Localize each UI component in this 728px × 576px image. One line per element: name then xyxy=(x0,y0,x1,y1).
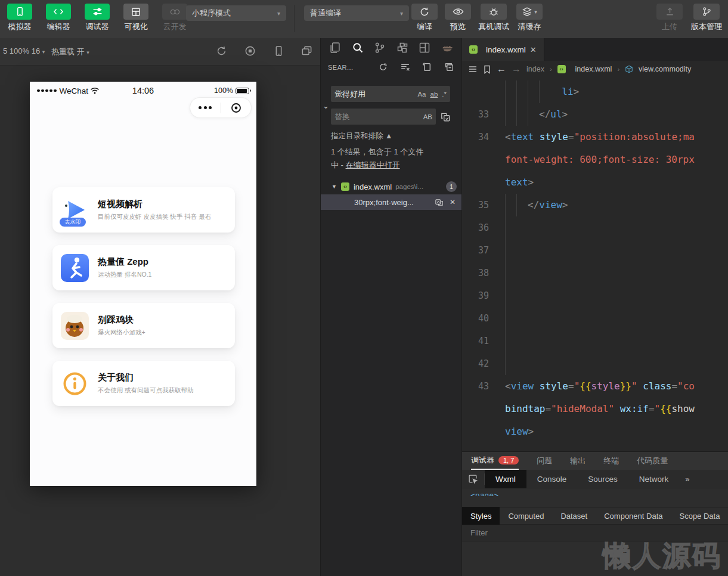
navigate-back-icon[interactable]: ← xyxy=(497,64,506,75)
card-zepp[interactable]: 热量值 Zepp运动热量 排名NO.1 xyxy=(52,245,235,290)
breadcrumb-file[interactable]: index.wxml xyxy=(575,65,612,73)
preserve-case-toggle[interactable]: AB xyxy=(423,113,432,120)
tool-button-simulator[interactable]: 模拟器 xyxy=(5,4,35,32)
styles-tab-styles[interactable]: Styles xyxy=(462,507,500,525)
token: > xyxy=(574,86,580,97)
more-options-button[interactable] xyxy=(190,98,221,117)
replace-placeholder: 替换 xyxy=(334,112,350,122)
regex-toggle[interactable]: .* xyxy=(442,91,447,98)
debug-tab-问题[interactable]: 问题 xyxy=(537,452,552,470)
more-tabs-icon[interactable]: » xyxy=(679,475,695,484)
replace-match-icon[interactable] xyxy=(435,198,444,207)
collapse-all-icon[interactable] xyxy=(444,62,454,72)
files-include-toggle[interactable]: 指定目录和排除 ▲ xyxy=(331,131,392,141)
miniapp-card-list: 去水印短视频解析目前仅可皮皮虾 皮皮搞笑 快手 抖音 最右热量值 Zepp运动热… xyxy=(52,187,235,419)
new-search-editor-icon[interactable] xyxy=(422,62,432,72)
styles-tab-computed[interactable]: Computed xyxy=(500,507,552,525)
debug-tab-调试器[interactable]: 调试器1, 7 xyxy=(471,452,519,470)
token: < xyxy=(505,131,511,143)
indent-guide xyxy=(505,239,516,262)
clear-results-icon[interactable] xyxy=(400,62,410,72)
wxml-tree-node[interactable]: <page> xyxy=(462,488,728,496)
open-in-editor-link[interactable]: 在编辑器中打开 xyxy=(346,160,400,169)
breadcrumb-symbol[interactable]: view.commodity xyxy=(639,65,691,73)
card-video-parse[interactable]: 去水印短视频解析目前仅可皮皮虾 皮皮搞笑 快手 抖音 最右 xyxy=(52,187,235,233)
debug-tab-终端[interactable]: 终端 xyxy=(603,452,619,470)
preview-button[interactable]: 预览 xyxy=(445,4,471,32)
styles-tab-component-data[interactable]: Component Data xyxy=(596,507,671,525)
chevron-down-icon: ▾ xyxy=(42,49,45,55)
code-line: 36 xyxy=(462,216,728,239)
source-control-icon[interactable] xyxy=(373,42,387,54)
search-sidebar: SEAR... ⌄ 觉得好用 Aa ab .* 替换 AB 指定目录和排除 ▲ … xyxy=(320,38,462,576)
whole-word-toggle[interactable]: ab xyxy=(430,91,438,98)
replace-input[interactable]: 替换 AB xyxy=(331,109,436,125)
toggle-replace-chevron[interactable]: ⌄ xyxy=(323,101,329,110)
tab-label: index.wxml xyxy=(486,45,526,54)
styles-tab-dataset[interactable]: Dataset xyxy=(552,507,596,525)
search-result-match-row[interactable]: 30rpx;font-weig... ✕ xyxy=(321,194,461,210)
token: "position:absolute;ma xyxy=(574,131,695,143)
search-icon[interactable] xyxy=(351,42,365,54)
battery-icon xyxy=(236,88,249,94)
tool-label: 云开发 xyxy=(163,21,187,32)
inspect-element-icon[interactable] xyxy=(462,473,485,485)
token xyxy=(534,131,540,143)
styles-tab-scope-data[interactable]: Scope Data xyxy=(671,507,728,525)
dismiss-match-icon[interactable]: ✕ xyxy=(450,198,456,206)
stop-icon[interactable] xyxy=(244,45,256,57)
card-subtitle: 爆火网络小游戏+ xyxy=(98,329,145,337)
line-number xyxy=(462,398,505,420)
collapse-twisty-icon[interactable]: ▼ xyxy=(332,184,337,190)
bookmark-icon[interactable] xyxy=(483,65,491,74)
code-area[interactable]: li>33</ul>34<text style="position:absolu… xyxy=(462,79,728,451)
tool-label: 可视化 xyxy=(125,21,148,32)
explorer-icon[interactable] xyxy=(328,42,342,54)
clear-cache-button[interactable]: ▾清缓存 xyxy=(516,4,543,32)
devtools-tab-network[interactable]: Network xyxy=(628,470,680,488)
debug-tab-label: 代码质量 xyxy=(637,456,668,466)
docker-icon[interactable] xyxy=(440,42,454,54)
devtools-tab-wxml[interactable]: Wxml xyxy=(485,470,526,488)
minimize-button[interactable] xyxy=(221,98,252,117)
code-line-content xyxy=(505,330,516,352)
device-scale-selector[interactable]: 5 100% 16 ▾ xyxy=(3,47,45,55)
debug-tab-输出[interactable]: 输出 xyxy=(570,452,586,470)
breadcrumb-folder[interactable]: index xyxy=(526,65,544,73)
layout-panel-icon[interactable] xyxy=(417,42,432,54)
restart-icon[interactable] xyxy=(216,45,227,57)
tool-button-editor[interactable]: 编辑器 xyxy=(44,4,73,32)
multi-window-icon[interactable] xyxy=(301,45,312,57)
refresh-icon[interactable] xyxy=(378,62,388,72)
tool-button-debugger[interactable]: 调试器 xyxy=(82,4,112,32)
tab-index-wxml[interactable]: ‹› index.wxml ✕ xyxy=(462,38,544,61)
phone-rotate-icon[interactable] xyxy=(273,45,284,57)
token: li xyxy=(562,86,573,97)
close-tab-icon[interactable]: ✕ xyxy=(530,45,537,54)
devtools-tab-sources[interactable]: Sources xyxy=(577,470,628,488)
match-case-toggle[interactable]: Aa xyxy=(417,91,426,98)
search-result-file-row[interactable]: ▼ ‹› index.wxml pages\i... 1 xyxy=(321,179,461,194)
replace-all-icon[interactable] xyxy=(440,112,451,122)
line-number: 43 xyxy=(462,375,505,398)
token: {{ xyxy=(660,403,671,414)
debug-tab-代码质量[interactable]: 代码质量 xyxy=(637,452,668,470)
version-control-button[interactable]: 版本管理 xyxy=(691,4,722,32)
token: = xyxy=(671,380,677,392)
tool-button-visualizer[interactable]: 可视化 xyxy=(121,4,151,32)
card-chicken-game[interactable]: 别踩鸡块爆火网络小游戏+ xyxy=(52,303,235,348)
search-input[interactable]: 觉得好用 Aa ab .* xyxy=(331,86,450,102)
hot-reload-toggle[interactable]: 热重载 开 ▾ xyxy=(51,47,89,57)
compile-button[interactable]: 编译 xyxy=(411,4,438,32)
devtools-tab-console[interactable]: Console xyxy=(526,470,578,488)
chevron-down-icon: ▾ xyxy=(277,10,280,17)
compile-mode-dropdown[interactable]: 普通编译 ▾ xyxy=(304,5,409,21)
card-about-us[interactable]: 关于我们不会使用 或有问题可点我获取帮助 xyxy=(52,361,235,406)
video-parse-icon: 去水印 xyxy=(61,196,89,224)
extensions-icon[interactable] xyxy=(395,42,410,54)
action-label: 预览 xyxy=(450,21,466,32)
mode-dropdown[interactable]: 小程序模式 ▾ xyxy=(186,5,286,21)
outline-icon[interactable] xyxy=(468,64,478,74)
navigate-forward-icon[interactable]: → xyxy=(512,64,521,75)
device-debug-button[interactable]: 真机调试 xyxy=(478,4,509,32)
